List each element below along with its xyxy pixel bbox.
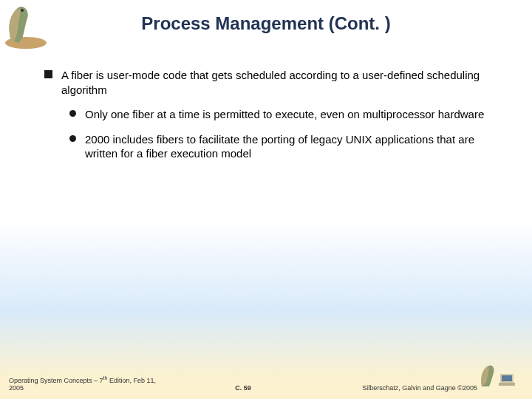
dinosaur-logo-top-left [0,0,52,52]
slide-content: A fiber is user-mode code that gets sche… [0,38,532,161]
bullet-text: A fiber is user-mode code that gets sche… [61,68,488,97]
footer-left: Operating System Concepts – 7th Edition,… [9,375,165,392]
svg-point-1 [21,9,24,12]
footer-book-title: Operating System Concepts – 7 [9,377,103,384]
square-bullet-icon [44,70,52,78]
bullet-level-2: Only one fiber at a time is permitted to… [69,107,488,122]
svg-rect-3 [502,375,512,381]
svg-rect-4 [499,383,515,386]
slide-title: Process Management (Cont. ) [0,0,532,38]
slide-footer: Operating System Concepts – 7th Edition,… [0,375,532,392]
dinosaur-logo-bottom-right [478,361,519,390]
bullet-level-1: A fiber is user-mode code that gets sche… [44,68,488,97]
bullet-text: Only one fiber at a time is permitted to… [85,107,484,122]
disc-bullet-icon [69,110,76,117]
disc-bullet-icon [69,135,76,142]
bullet-level-2: 2000 includes fibers to facilitate the p… [69,132,488,161]
bullet-text: 2000 includes fibers to facilitate the p… [85,132,488,161]
footer-page-number: C. 59 [165,384,321,392]
